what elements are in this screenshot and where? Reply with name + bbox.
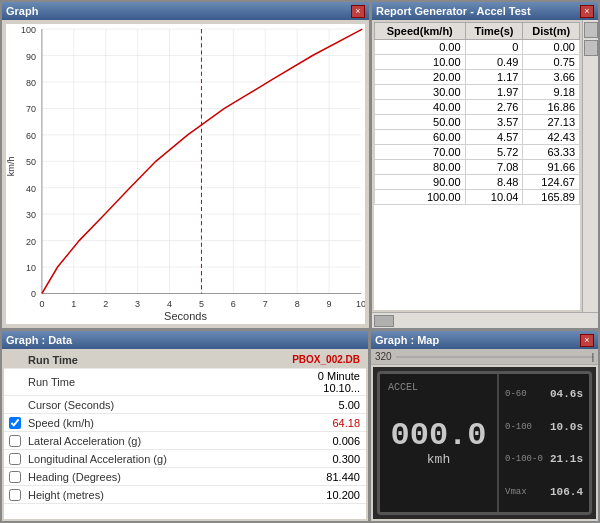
stat-value: 106.4: [550, 486, 583, 498]
data-title: Graph : Data: [6, 334, 72, 346]
svg-text:2: 2: [103, 299, 108, 309]
svg-text:3: 3: [135, 299, 140, 309]
svg-text:50: 50: [26, 157, 36, 167]
report-table: Speed(km/h) Time(s) Dist(m) 0.0000.0010.…: [374, 22, 580, 205]
run-time-value: 0 Minute 10.10...: [284, 370, 364, 394]
data-row-label: Heading (Degrees): [24, 471, 284, 483]
map-ruler: 320 |: [371, 349, 598, 365]
stat-label: 0-100-0: [505, 454, 543, 464]
table-row: 50.003.5727.13: [375, 115, 580, 130]
svg-text:4: 4: [167, 299, 172, 309]
report-hscrollbar[interactable]: [372, 312, 598, 328]
data-row-checkbox[interactable]: [9, 453, 21, 465]
graph-area: 100 90 80 70 60 50 40 30 20 10 0 0 1 2 3…: [6, 24, 365, 324]
run-time-label: Run Time: [24, 354, 264, 366]
map-close-button[interactable]: ×: [580, 334, 594, 347]
col-time: Time(s): [465, 23, 523, 40]
map-panel: Graph : Map × 320 | ACCEL 000.0 kmh 0-60…: [370, 330, 600, 523]
stat-label: Vmax: [505, 487, 527, 497]
svg-text:20: 20: [26, 237, 36, 247]
svg-text:90: 90: [26, 52, 36, 62]
svg-text:60: 60: [26, 131, 36, 141]
data-row-value: 0.006: [284, 435, 364, 447]
table-row: 80.007.0891.66: [375, 160, 580, 175]
table-row: 40.002.7616.86: [375, 100, 580, 115]
stat-value: 10.0s: [550, 421, 583, 433]
report-wrapper: Speed(km/h) Time(s) Dist(m) 0.0000.0010.…: [372, 20, 598, 312]
device-stat: 0-60 04.6s: [505, 388, 583, 400]
svg-text:7: 7: [263, 299, 268, 309]
map-content: ACCEL 000.0 kmh 0-60 04.6s 0-100 10.0s 0…: [373, 367, 596, 519]
data-header-row: Run Time PBOX_002.DB: [4, 351, 366, 369]
data-row-checkbox[interactable]: [9, 417, 21, 429]
data-row-label: Height (metres): [24, 489, 284, 501]
svg-text:5: 5: [199, 299, 204, 309]
data-row-value: 64.18: [284, 417, 364, 429]
stat-label: 0-60: [505, 389, 527, 399]
data-row-checkbox[interactable]: [9, 435, 21, 447]
data-row: Height (metres) 10.200: [4, 486, 366, 504]
svg-text:8: 8: [295, 299, 300, 309]
col-dist: Dist(m): [523, 23, 580, 40]
graph-close-button[interactable]: ×: [351, 5, 365, 18]
map-titlebar: Graph : Map ×: [371, 331, 598, 349]
stat-value: 21.1s: [550, 453, 583, 465]
svg-text:9: 9: [327, 299, 332, 309]
data-row-checkbox[interactable]: [9, 489, 21, 501]
x-axis-label: Seconds: [164, 310, 207, 322]
device-main: ACCEL 000.0 kmh: [380, 374, 499, 512]
data-row-label: Lateral Acceleration (g): [24, 435, 284, 447]
report-close-button[interactable]: ×: [580, 5, 594, 18]
run-time-value-label: Run Time: [24, 376, 284, 388]
hscrollbar-thumb[interactable]: [374, 315, 394, 327]
data-row: Speed (km/h) 64.18: [4, 414, 366, 432]
data-row-value: 0.300: [284, 453, 364, 465]
svg-text:0: 0: [31, 288, 36, 298]
stat-label: 0-100: [505, 422, 532, 432]
table-row: 100.0010.04165.89: [375, 190, 580, 205]
device-display: ACCEL 000.0 kmh 0-60 04.6s 0-100 10.0s 0…: [377, 371, 592, 515]
svg-text:80: 80: [26, 78, 36, 88]
data-panel: Graph : Data Run Time PBOX_002.DB Run Ti…: [0, 330, 370, 523]
svg-text:6: 6: [231, 299, 236, 309]
data-row-label: Longitudinal Acceleration (g): [24, 453, 284, 465]
map-title: Graph : Map: [375, 334, 439, 346]
data-row: Heading (Degrees) 81.440: [4, 468, 366, 486]
device-stat: Vmax 106.4: [505, 486, 583, 498]
svg-text:30: 30: [26, 210, 36, 220]
table-row: 10.000.490.75: [375, 55, 580, 70]
table-row: 90.008.48124.67: [375, 175, 580, 190]
table-row: 70.005.7263.33: [375, 145, 580, 160]
table-row: 0.0000.00: [375, 40, 580, 55]
device-stat: 0-100 10.0s: [505, 421, 583, 433]
svg-text:km/h: km/h: [6, 156, 16, 176]
data-content: Run Time PBOX_002.DB Run Time 0 Minute 1…: [4, 351, 366, 519]
data-rows-container: Speed (km/h) 64.18 Lateral Acceleration …: [4, 414, 366, 504]
cursor-value: 5.00: [284, 399, 364, 411]
report-title: Report Generator - Accel Test: [376, 5, 531, 17]
data-titlebar: Graph : Data: [2, 331, 368, 349]
col-speed: Speed(km/h): [375, 23, 466, 40]
data-row-checkbox[interactable]: [9, 471, 21, 483]
cursor-row: Cursor (Seconds) 5.00: [4, 396, 366, 414]
filename-value: PBOX_002.DB: [264, 354, 364, 365]
graph-titlebar: Graph ×: [2, 2, 369, 20]
report-scrollbar[interactable]: [582, 20, 598, 312]
svg-text:10: 10: [356, 299, 365, 309]
device-stat: 0-100-0 21.1s: [505, 453, 583, 465]
svg-text:0: 0: [39, 299, 44, 309]
device-accel-label: ACCEL: [388, 382, 418, 393]
report-panel: Report Generator - Accel Test × Speed(km…: [370, 0, 600, 330]
table-row: 20.001.173.66: [375, 70, 580, 85]
data-row: Lateral Acceleration (g) 0.006: [4, 432, 366, 450]
stat-value: 04.6s: [550, 388, 583, 400]
data-row: Longitudinal Acceleration (g) 0.300: [4, 450, 366, 468]
graph-title: Graph: [6, 5, 38, 17]
svg-text:70: 70: [26, 104, 36, 114]
cursor-label: Cursor (Seconds): [24, 399, 284, 411]
graph-panel: Graph ×: [0, 0, 370, 330]
svg-text:100: 100: [21, 25, 36, 35]
svg-text:10: 10: [26, 263, 36, 273]
report-titlebar: Report Generator - Accel Test ×: [372, 2, 598, 20]
data-row-value: 10.200: [284, 489, 364, 501]
